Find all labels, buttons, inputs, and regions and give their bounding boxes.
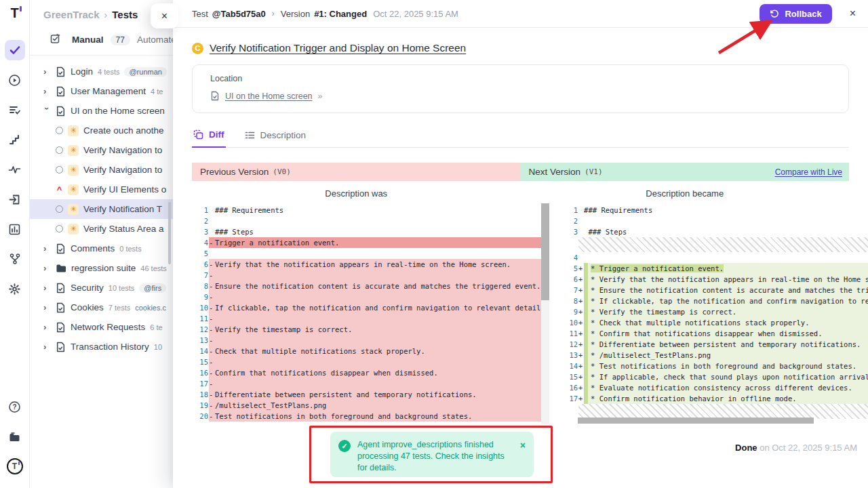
chevron-right-icon[interactable]: › — [43, 302, 51, 312]
right-pane-hscrollbar[interactable] — [578, 418, 814, 424]
toast-close-button[interactable]: × — [520, 440, 526, 470]
tree-item[interactable]: ›regression suite46 tests — [30, 258, 173, 278]
inserted-text-mark: * Trigger a notification event. — [591, 264, 724, 272]
tree-item-tag: @firs — [139, 283, 166, 293]
tree-item[interactable]: ✳Verify Navigation to — [30, 160, 173, 180]
compare-with-live-link[interactable]: Compare with Live — [775, 167, 842, 177]
tab-manual[interactable]: Manual — [72, 35, 104, 45]
test-title: Verify Notification Trigger and Display … — [210, 42, 466, 54]
modal-close-button[interactable]: × — [850, 7, 856, 20]
branch-icon[interactable] — [5, 249, 25, 269]
tree-item[interactable]: ✳Create ouch anothe — [30, 121, 173, 140]
chevron-down-icon[interactable]: › — [42, 107, 52, 115]
breadcrumb-app[interactable]: GreenTrack — [43, 9, 100, 20]
line-number: 10 — [192, 302, 209, 313]
diff-line: 13+* /multiselect_TestPlans.png — [561, 350, 868, 361]
ai-spark-icon: ✳ — [68, 165, 79, 176]
files-icon[interactable] — [5, 426, 25, 447]
activity-icon[interactable] — [5, 159, 25, 180]
done-timestamp: on Oct 22, 2025 9:15 AM — [760, 443, 857, 453]
sidebar-scrollbar[interactable] — [168, 202, 171, 264]
previous-version-header: Previous Version (V0) — [192, 163, 521, 181]
tree-item-count: 4 tests — [98, 68, 119, 76]
tree-item[interactable]: ^✳Verify UI Elements o — [30, 180, 173, 199]
rollback-button[interactable]: Rollback — [760, 4, 831, 24]
file-check-icon — [56, 86, 66, 97]
tests-icon[interactable] — [5, 40, 25, 60]
ai-spark-icon: ✳ — [68, 125, 79, 136]
signin-icon[interactable] — [5, 189, 25, 209]
file-check-icon — [56, 243, 66, 254]
diff-collapsed-region — [578, 237, 868, 252]
tab-description[interactable]: Description — [243, 125, 308, 147]
chevron-right-icon[interactable]: › — [43, 243, 51, 253]
diff-sign: - — [209, 281, 215, 291]
ai-spark-icon: ✳ — [68, 145, 79, 156]
tree-item[interactable]: ›Cookies7 testscookies.c — [30, 298, 173, 317]
diff-sign: + — [578, 382, 584, 393]
diff-sign: - — [209, 367, 215, 378]
success-check-icon: ✓ — [338, 440, 351, 452]
file-icon — [210, 91, 220, 101]
tree-item[interactable]: ›Network Requests6 te — [30, 317, 173, 337]
tree-item[interactable]: ›User Management4 te — [30, 81, 173, 101]
diff-version-headers: Previous Version (V0) Next Version (V1) … — [192, 163, 849, 181]
left-pane-scrollbar[interactable] — [541, 203, 549, 424]
modal-side-close-button[interactable]: × — [151, 3, 178, 28]
breadcrumb-page[interactable]: Tests — [112, 9, 138, 20]
tree-item[interactable]: ›Login4 tests@runman — [30, 62, 173, 81]
diff-line-text: * Verify that the notification appears i… — [584, 274, 868, 285]
tree-item[interactable]: ✳Verify Status Area a — [30, 219, 173, 239]
line-number: 4 — [192, 237, 209, 248]
file-check-icon — [56, 283, 66, 293]
tree-item[interactable]: ✳Verify Navigation to — [30, 140, 173, 160]
chevron-right-icon[interactable]: › — [43, 86, 51, 96]
diff-line-text — [584, 216, 868, 226]
chevron-right-icon[interactable]: › — [43, 263, 51, 273]
tab-automated[interactable]: Automate — [137, 35, 176, 45]
line-number: 1 — [561, 205, 578, 216]
steps-icon[interactable] — [5, 129, 25, 150]
tree-item[interactable]: ✳Verify Notification T — [30, 199, 173, 219]
ai-spark-icon: ✳ — [68, 204, 79, 215]
diff-line: 1### Requirements — [192, 205, 549, 216]
collapse-caret-icon[interactable]: ^ — [56, 186, 63, 193]
test-title-row: C Verify Notification Trigger and Displa… — [192, 28, 849, 54]
tree-item[interactable]: ›Transaction History10 — [30, 337, 173, 357]
tab-diff[interactable]: Diff — [192, 125, 226, 148]
test-status-icon — [56, 166, 63, 174]
version-value: #1: Changed — [314, 9, 367, 19]
diff-line-text — [584, 252, 868, 263]
insert-stripe — [584, 263, 588, 274]
toast-notification: ✓ Agent improve_descriptions finished pr… — [330, 432, 534, 477]
multiselect-icon[interactable] — [50, 33, 61, 46]
insert-stripe — [584, 382, 588, 393]
tree-item[interactable]: ›Comments0 tests — [30, 239, 173, 258]
chevron-right-icon[interactable]: › — [43, 66, 51, 77]
diff-sign: + — [578, 274, 584, 285]
modal-header: Test @Tab5d75a0 › Version #1: Changed Oc… — [173, 0, 868, 28]
diff-line-text: * Test notifications in both foreground … — [584, 361, 868, 371]
tree-item-label: UI on the Home screen — [71, 106, 165, 116]
toast-message: Agent improve_descriptions finished proc… — [357, 439, 505, 470]
chevron-right-icon[interactable]: › — [43, 283, 51, 293]
tree-item[interactable]: ›UI on the Home screen — [30, 101, 173, 121]
chevron-right-icon[interactable]: › — [43, 322, 51, 332]
user-avatar[interactable]: T — [5, 456, 25, 476]
diff-sign: + — [578, 350, 584, 361]
line-number: 11 — [192, 313, 209, 324]
diff-sign: + — [578, 296, 584, 306]
diff-line: 7+* Ensure the notification content is a… — [561, 285, 868, 296]
settings-icon[interactable] — [5, 279, 25, 299]
checklist-icon[interactable] — [5, 100, 25, 120]
help-icon[interactable]: ? — [5, 396, 25, 417]
tree-item-label: Network Requests — [71, 322, 145, 332]
breadcrumb-separator: › — [104, 9, 108, 20]
modal-body: C Verify Notification Trigger and Displa… — [173, 28, 868, 488]
location-link[interactable]: UI on the Home screen — [225, 92, 313, 101]
runs-icon[interactable] — [5, 70, 25, 90]
tree-item[interactable]: ›Security10 tests@firs — [30, 278, 173, 298]
reports-icon[interactable] — [5, 219, 25, 239]
chevron-right-icon[interactable]: › — [43, 342, 51, 352]
diff-line: 7- — [192, 270, 549, 281]
